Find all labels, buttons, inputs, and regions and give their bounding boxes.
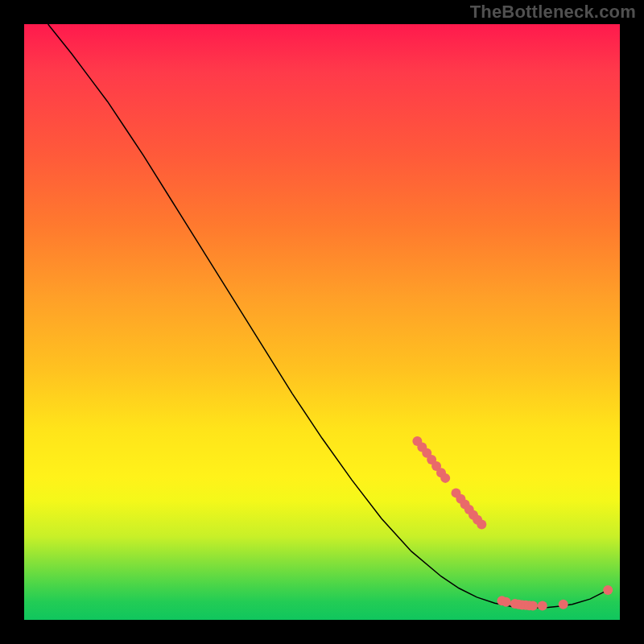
data-marker	[440, 473, 450, 483]
data-marker	[528, 601, 538, 610]
plot-area	[24, 24, 620, 620]
data-marker	[559, 600, 568, 609]
curve-svg	[24, 24, 620, 620]
watermark-label: TheBottleneck.com	[470, 2, 636, 23]
data-marker	[477, 520, 486, 530]
data-marker	[502, 597, 511, 607]
marker-group	[412, 436, 613, 610]
data-marker	[603, 585, 613, 595]
data-marker	[538, 601, 547, 610]
curve-line	[48, 24, 609, 608]
chart-stage: TheBottleneck.com	[0, 0, 644, 644]
